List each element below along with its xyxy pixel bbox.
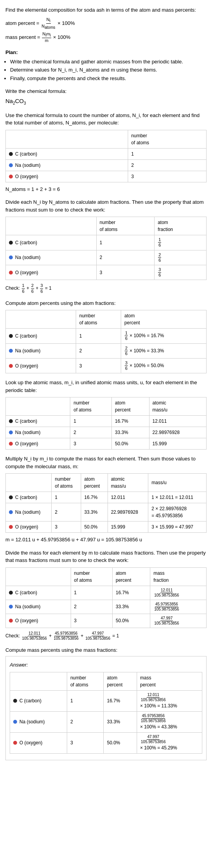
- table-row: C (carbon) 1: [6, 148, 207, 159]
- dot-carbon-mm: [9, 495, 13, 499]
- chemical-formula-header: Write the chemical formula:: [5, 88, 207, 95]
- table-row: O (oxygen) 3 36 × 100% = 50.0%: [6, 359, 207, 373]
- af-sodium-frac: 2 6: [155, 250, 207, 265]
- ap-sodium-calc: 26 × 100% = 33.3%: [121, 343, 207, 358]
- table-row: C (carbon) 1 16 × 100% = 16.7%: [6, 329, 207, 343]
- am-oxygen-percent: 50.0%: [112, 438, 149, 450]
- table-row: Na (sodium) 2 33.3% 45.97953856 105.9875…: [6, 600, 207, 614]
- dot-oxygen-am: [9, 442, 13, 446]
- mass-percents-final-header: Compute mass percents using the mass fra…: [5, 646, 207, 654]
- dot-sodium-mm: [9, 510, 13, 514]
- table-row: O (oxygen) 3 50.0% 47.997105.98753856 × …: [10, 732, 202, 753]
- dot-sodium-am: [9, 430, 13, 434]
- fa-carbon-mass-pct: 12.011105.98753856 × 100% = 11.33%: [137, 690, 202, 711]
- sodium-label-fa: Na (sodium): [19, 718, 45, 725]
- table-row: C (carbon) 1 1 6: [6, 235, 207, 250]
- dot-sodium-mf: [9, 605, 13, 609]
- dot-sodium-af: [9, 256, 13, 259]
- mf-sodium-count: 2: [71, 600, 112, 614]
- mass-fractions-header: Divide the mass for each element by m to…: [5, 549, 207, 564]
- mf-col-count: numberof atoms: [71, 567, 112, 586]
- am-oxygen: O (oxygen): [6, 438, 70, 450]
- am-col-percent: atompercent: [112, 397, 149, 416]
- col-element-1: [6, 130, 128, 148]
- ap-carbon-count: 1: [76, 329, 121, 343]
- atomic-masses-section: Look up the atomic mass, m_i, in unified…: [5, 379, 207, 450]
- am-sodium-mass: 22.98976928: [149, 427, 206, 438]
- mf-check: Check: 12.011105.98753856 + 45.979538561…: [5, 631, 207, 641]
- table-row: O (oxygen) 3 50.0% 47.997 105.98753856: [6, 614, 207, 628]
- fa-sodium: Na (sodium): [10, 711, 67, 732]
- mf-oxygen: O (oxygen): [6, 614, 71, 628]
- atom-percents-header: Compute atom percents using the atom fra…: [5, 299, 207, 307]
- molecular-mass-total: m = 12.011 u + 45.97953856 u + 47.997 u …: [5, 536, 207, 544]
- mm-col-percent: atompercent: [81, 474, 108, 492]
- mf-sodium-frac: 45.97953856 105.98753856: [150, 600, 207, 614]
- mm-oxygen-calc: 3 × 15.999 = 47.997: [148, 522, 207, 533]
- mm-carbon-percent: 16.7%: [81, 492, 108, 503]
- table-row: O (oxygen) 3 50.0% 15.999 3 × 15.999 = 4…: [6, 522, 207, 533]
- ap-carbon: C (carbon): [6, 329, 76, 343]
- dot-carbon-1: [9, 152, 13, 156]
- molecular-mass-table: numberof atoms atompercent atomicmass/u …: [5, 473, 207, 533]
- mass-percent-x100: × 100%: [53, 33, 70, 41]
- atom-percent-label: atom percent =: [5, 19, 39, 27]
- dot-carbon-fa: [13, 699, 17, 703]
- table-row: C (carbon) 1 16.7% 12.011 1 × 12.011 = 1…: [6, 492, 207, 503]
- af-col-fraction: atomfraction: [155, 217, 207, 235]
- am-col-element: [6, 397, 70, 416]
- plan-step-1: Write the chemical formula and gather at…: [10, 58, 207, 66]
- sodium-count-1: 2: [128, 159, 207, 171]
- mm-oxygen-mass: 15.999: [108, 522, 148, 533]
- table-row: C (carbon) 1 16.7% 12.011 105.98753856: [6, 586, 207, 600]
- table-row: Na (sodium) 2 2 6: [6, 250, 207, 265]
- mf-carbon: C (carbon): [6, 586, 71, 600]
- fa-sodium-count: 2: [67, 711, 104, 732]
- intro-section: Find the elemental composition for soda …: [5, 6, 207, 43]
- carbon-label-am: C (carbon): [15, 418, 37, 425]
- element-oxygen-1: O (oxygen): [6, 171, 128, 182]
- oxygen-label-1: O (oxygen): [15, 173, 38, 180]
- mm-oxygen: O (oxygen): [6, 522, 52, 533]
- dot-oxygen-fa: [13, 741, 17, 745]
- mf-oxygen-percent: 50.0%: [113, 614, 150, 628]
- element-carbon-1: C (carbon): [6, 148, 128, 159]
- ap-oxygen-calc: 36 × 100% = 50.0%: [121, 359, 207, 373]
- chemical-formula-section: Write the chemical formula: Na2CO3: [5, 88, 207, 106]
- mf-sodium: Na (sodium): [6, 600, 71, 614]
- atom-fractions-table: numberof atoms atomfraction C (carbon) 1…: [5, 217, 207, 280]
- mm-oxygen-percent: 50.0%: [81, 522, 108, 533]
- fa-col-element: [10, 672, 67, 690]
- chemical-formula-value: Na2CO3: [5, 97, 207, 106]
- element-sodium-1: Na (sodium): [6, 159, 128, 171]
- mf-sodium-percent: 33.3%: [113, 600, 150, 614]
- count-atoms-table: numberof atoms C (carbon) 1 Na (sodium): [5, 130, 207, 182]
- af-oxygen: O (oxygen): [6, 265, 97, 280]
- mass-percent-label: mass percent =: [5, 33, 40, 41]
- af-check: Check: 16 + 26 + 36 = 1: [5, 283, 207, 294]
- mm-carbon-calc: 1 × 12.011 = 12.011: [148, 492, 207, 503]
- am-carbon-percent: 16.7%: [112, 416, 149, 427]
- dot-oxygen-af: [9, 271, 13, 275]
- dot-oxygen-mm: [9, 525, 13, 529]
- table-row: Na (sodium) 2 26 × 100% = 33.3%: [6, 343, 207, 358]
- ap-col-count: numberof atoms: [76, 310, 121, 329]
- dot-carbon-af: [9, 241, 13, 245]
- count-atoms-section: Use the chemical formula to count the nu…: [5, 112, 207, 193]
- af-carbon-count: 1: [96, 235, 155, 250]
- mm-carbon-mass: 12.011: [108, 492, 148, 503]
- dot-oxygen-1: [9, 175, 13, 178]
- plan-step-3: Finally, compute the percents and check …: [10, 75, 207, 82]
- fa-carbon-count: 1: [67, 690, 104, 711]
- oxygen-label-af: O (oxygen): [15, 269, 38, 276]
- mf-col-percent: atompercent: [113, 567, 150, 586]
- sodium-label-am: Na (sodium): [15, 429, 40, 436]
- af-col-count: numberof atoms: [96, 217, 155, 235]
- carbon-count-1: 1: [128, 148, 207, 159]
- mass-fractions-table: numberof atoms atompercent massfraction …: [5, 567, 207, 628]
- intro-text: Find the elemental composition for soda …: [5, 6, 207, 14]
- fa-oxygen-mass-pct: 47.997105.98753856 × 100% = 45.29%: [137, 732, 202, 753]
- oxygen-label-fa: O (oxygen): [19, 739, 42, 746]
- ap-oxygen: O (oxygen): [6, 359, 76, 373]
- sodium-label-1: Na (sodium): [15, 162, 40, 169]
